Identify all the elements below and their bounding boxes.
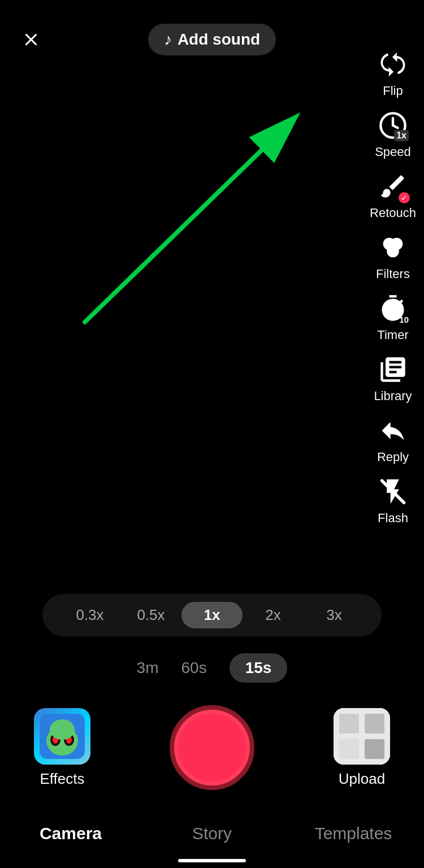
timer-label: Timer bbox=[377, 328, 408, 342]
upload-icon bbox=[334, 708, 390, 765]
record-button[interactable] bbox=[170, 705, 254, 790]
bottom-nav: Camera Story Templates bbox=[0, 807, 424, 854]
effects-button[interactable]: Effects bbox=[34, 708, 90, 788]
speed-label: Speed bbox=[375, 145, 411, 159]
speed-badge: 1x bbox=[394, 130, 409, 141]
duration-60s[interactable]: 60s bbox=[181, 659, 207, 677]
timer-icon-wrap: 10 bbox=[377, 293, 409, 324]
flip-button[interactable]: Flip bbox=[374, 45, 412, 102]
flip-icon bbox=[378, 50, 408, 79]
svg-point-3 bbox=[387, 245, 399, 258]
filters-icon-wrap bbox=[377, 232, 409, 263]
nav-story[interactable]: Story bbox=[141, 818, 283, 849]
add-sound-label: Add sound bbox=[178, 31, 260, 49]
close-button[interactable] bbox=[17, 25, 45, 54]
music-icon: ♪ bbox=[164, 31, 172, 49]
zoom-1x[interactable]: 1x bbox=[181, 602, 243, 628]
flash-button[interactable]: Flash bbox=[374, 472, 412, 529]
retouch-button[interactable]: ✓ Retouch bbox=[366, 167, 419, 224]
reply-label: Reply bbox=[377, 450, 409, 465]
nav-templates[interactable]: Templates bbox=[283, 818, 424, 849]
zoom-03x[interactable]: 0.3x bbox=[59, 602, 120, 628]
flip-icon-wrap bbox=[377, 49, 409, 80]
right-sidebar: Flip 1x Speed ✓ Retouch bbox=[362, 34, 424, 540]
retouch-badge: ✓ bbox=[399, 192, 410, 203]
svg-rect-17 bbox=[339, 739, 359, 759]
svg-rect-18 bbox=[365, 739, 384, 759]
library-icon-wrap bbox=[377, 354, 409, 385]
effects-icon bbox=[34, 708, 90, 765]
svg-rect-16 bbox=[365, 714, 384, 734]
top-bar: ♪ Add sound bbox=[0, 0, 424, 68]
speed-button[interactable]: 1x Speed bbox=[371, 106, 414, 163]
effects-icon-inner bbox=[34, 708, 90, 765]
camera-controls: Effects Upload bbox=[0, 705, 424, 790]
retouch-label: Retouch bbox=[370, 206, 416, 220]
upload-label: Upload bbox=[339, 770, 385, 788]
filters-label: Filters bbox=[376, 267, 410, 281]
effects-label: Effects bbox=[40, 770, 84, 788]
zoom-05x[interactable]: 0.5x bbox=[120, 602, 181, 628]
add-sound-button[interactable]: ♪ Add sound bbox=[148, 24, 276, 55]
nav-camera[interactable]: Camera bbox=[0, 818, 141, 849]
record-inner bbox=[178, 714, 246, 782]
reply-icon-wrap bbox=[377, 415, 409, 446]
upload-button[interactable]: Upload bbox=[334, 708, 390, 788]
upload-preview bbox=[334, 708, 390, 765]
svg-line-6 bbox=[85, 119, 294, 322]
speed-icon-wrap: 1x bbox=[377, 110, 409, 141]
library-label: Library bbox=[374, 389, 412, 403]
retouch-icon-wrap: ✓ bbox=[377, 171, 409, 202]
library-button[interactable]: Library bbox=[370, 350, 415, 407]
flash-icon bbox=[378, 477, 408, 506]
reply-button[interactable]: Reply bbox=[374, 411, 412, 468]
effects-icon-svg bbox=[40, 714, 85, 759]
bottom-section: 0.3x 0.5x 1x 2x 3x 3m 60s 15s bbox=[0, 594, 424, 868]
reply-icon bbox=[378, 416, 408, 445]
zoom-bar: 0.3x 0.5x 1x 2x 3x bbox=[42, 594, 382, 636]
filters-icon bbox=[378, 233, 408, 262]
flip-label: Flip bbox=[383, 84, 403, 98]
timer-button[interactable]: 10 Timer bbox=[374, 289, 412, 346]
svg-point-13 bbox=[50, 719, 75, 740]
flash-icon-wrap bbox=[377, 476, 409, 507]
bottom-indicator bbox=[178, 859, 246, 862]
svg-rect-15 bbox=[339, 714, 359, 734]
duration-3m[interactable]: 3m bbox=[137, 659, 159, 677]
duration-bar: 3m 60s 15s bbox=[137, 653, 288, 683]
duration-15s[interactable]: 15s bbox=[230, 653, 288, 683]
filters-button[interactable]: Filters bbox=[373, 228, 413, 285]
zoom-3x[interactable]: 3x bbox=[304, 602, 365, 628]
library-icon bbox=[378, 355, 408, 384]
zoom-2x[interactable]: 2x bbox=[243, 602, 304, 628]
timer-badge: 10 bbox=[399, 315, 409, 324]
flash-label: Flash bbox=[378, 511, 408, 526]
green-arrow bbox=[57, 85, 339, 367]
